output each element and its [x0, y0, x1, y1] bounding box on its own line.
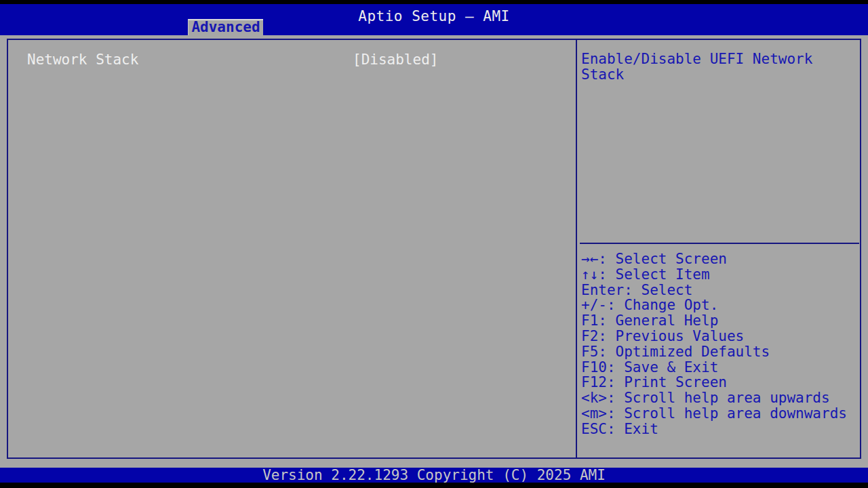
help-panel-divider	[580, 243, 859, 244]
key-line: F10: Save & Exit	[581, 360, 859, 375]
help-panel-text: Enable/Disable UEFI Network Stack	[581, 52, 854, 83]
bottom-black-strip	[0, 483, 868, 488]
header-bar: Aptio Setup – AMI	[0, 4, 868, 35]
version-text: Version 2.22.1293 Copyright (C) 2025 AMI	[0, 468, 868, 483]
setting-row-network-stack[interactable]: Network Stack [Disabled]	[8, 52, 575, 68]
setting-value[interactable]: [Disabled]	[353, 52, 438, 68]
key-line: →←: Select Screen	[581, 251, 859, 267]
key-line: <k>: Scroll help area upwards	[581, 390, 859, 406]
key-line: ESC: Exit	[581, 422, 859, 437]
key-line: F2: Previous Values	[581, 329, 859, 344]
key-line: F5: Optimized Defaults	[581, 344, 859, 360]
key-line: F12: Print Screen	[581, 375, 859, 390]
key-line: <m>: Scroll help area downwards	[581, 406, 859, 422]
key-line: ↑↓: Select Item	[581, 267, 859, 283]
setting-label: Network Stack	[27, 52, 138, 68]
tab-advanced[interactable]: Advanced	[188, 19, 263, 35]
footer-bar: Version 2.22.1293 Copyright (C) 2025 AMI	[0, 468, 868, 483]
page-title: Aptio Setup – AMI	[0, 9, 868, 24]
key-line: +/-: Change Opt.	[581, 298, 859, 313]
key-line: Enter: Select	[581, 283, 859, 298]
key-legend: →←: Select Screen ↑↓: Select Item Enter:…	[581, 251, 859, 437]
bios-setup-screen: Aptio Setup – AMI Advanced Network Stack…	[0, 0, 868, 488]
key-line: F1: General Help	[581, 313, 859, 329]
panel-divider-vertical	[576, 39, 577, 459]
